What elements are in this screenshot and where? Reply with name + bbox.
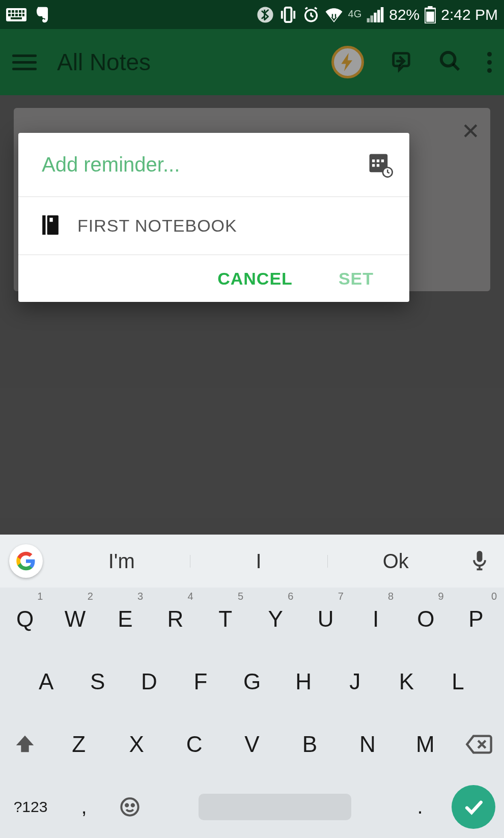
symbols-key[interactable]: ?123 [0, 775, 61, 838]
svg-rect-20 [377, 10, 380, 22]
svg-rect-37 [477, 551, 483, 562]
key-R[interactable]: R4 [150, 588, 200, 650]
svg-rect-17 [367, 18, 370, 22]
key-D[interactable]: D [123, 650, 175, 713]
key-O[interactable]: O9 [401, 588, 451, 650]
svg-rect-19 [374, 12, 376, 22]
upgrade-bolt-icon[interactable] [331, 46, 364, 78]
svg-rect-14 [281, 11, 283, 18]
svg-rect-2 [12, 10, 14, 13]
calendar-clock-icon[interactable] [368, 152, 393, 178]
alarm-icon [302, 6, 320, 23]
hamburger-menu-icon[interactable] [12, 50, 37, 74]
key-S[interactable]: S [72, 650, 123, 713]
page-title: All Notes [57, 48, 311, 76]
svg-rect-1 [8, 10, 11, 13]
key-Q[interactable]: Q1 [0, 588, 50, 650]
cancel-button[interactable]: CANCEL [217, 269, 293, 289]
set-button[interactable]: SET [339, 269, 374, 289]
key-T[interactable]: T5 [201, 588, 250, 650]
suggestion-3[interactable]: Ok [327, 550, 464, 573]
suggestion-2[interactable]: I [190, 550, 327, 573]
android-keyboard: I'm I Ok Q1W2E3R4T5Y6U7I8O9P0 ASDFGHJKL … [0, 535, 504, 838]
svg-rect-15 [293, 11, 295, 18]
microphone-icon[interactable] [464, 551, 495, 571]
key-L[interactable]: L [432, 650, 484, 713]
svg-rect-34 [42, 215, 45, 235]
emoji-key[interactable] [107, 775, 153, 838]
notebook-selector[interactable]: FIRST NOTEBOOK [18, 197, 409, 255]
key-V[interactable]: V [223, 732, 281, 757]
evernote-icon [34, 6, 51, 24]
app-bar: All Notes [0, 29, 504, 95]
vibrate-icon [279, 6, 297, 23]
key-Y[interactable]: Y6 [250, 588, 300, 650]
svg-rect-11 [11, 17, 22, 19]
svg-point-39 [126, 804, 128, 806]
svg-rect-31 [377, 164, 379, 166]
space-key[interactable] [153, 775, 397, 838]
svg-point-40 [132, 804, 134, 806]
svg-rect-6 [8, 14, 11, 16]
svg-rect-13 [285, 7, 291, 21]
svg-rect-5 [22, 10, 24, 13]
key-I[interactable]: I8 [351, 588, 401, 650]
clock-label: 2:42 PM [441, 6, 498, 23]
battery-percent: 82% [389, 6, 419, 23]
notebook-name-label: FIRST NOTEBOOK [77, 216, 237, 236]
key-H[interactable]: H [278, 650, 329, 713]
wifi-icon [325, 7, 343, 22]
signal-icon [367, 7, 384, 22]
key-K[interactable]: K [381, 650, 432, 713]
svg-rect-18 [371, 15, 373, 22]
bluetooth-icon [257, 6, 274, 23]
add-reminder-dialog: FIRST NOTEBOOK CANCEL SET [18, 133, 409, 302]
search-icon[interactable] [438, 49, 462, 75]
share-icon[interactable] [389, 49, 413, 75]
google-icon[interactable] [9, 544, 43, 578]
svg-rect-24 [427, 11, 434, 21]
key-G[interactable]: G [226, 650, 277, 713]
svg-rect-8 [15, 14, 18, 16]
suggestion-bar: I'm I Ok [0, 535, 504, 588]
key-M[interactable]: M [397, 732, 454, 757]
svg-point-25 [441, 52, 455, 66]
svg-rect-3 [15, 10, 18, 13]
enter-key[interactable] [443, 775, 504, 838]
overflow-menu-icon[interactable] [487, 48, 492, 76]
battery-icon [425, 6, 436, 23]
svg-rect-7 [12, 14, 14, 16]
svg-rect-36 [49, 217, 52, 221]
svg-rect-9 [19, 14, 21, 16]
svg-rect-29 [381, 159, 384, 162]
keyboard-indicator-icon [6, 8, 26, 21]
svg-rect-28 [377, 159, 379, 162]
svg-rect-21 [381, 7, 383, 22]
svg-rect-10 [22, 14, 24, 16]
close-icon[interactable]: ✕ [461, 118, 480, 144]
notebook-icon [42, 215, 59, 237]
key-C[interactable]: C [165, 732, 223, 757]
key-F[interactable]: F [175, 650, 226, 713]
key-E[interactable]: E3 [100, 588, 150, 650]
key-J[interactable]: J [329, 650, 381, 713]
key-P[interactable]: P0 [451, 588, 504, 650]
network-type-label: 4G [348, 8, 362, 20]
reminder-title-input[interactable] [42, 153, 368, 176]
svg-rect-4 [19, 10, 21, 13]
backspace-key[interactable] [454, 713, 504, 775]
key-B[interactable]: B [281, 732, 339, 757]
comma-key[interactable]: , [61, 775, 107, 838]
key-N[interactable]: N [339, 732, 396, 757]
shift-key[interactable] [0, 713, 50, 775]
key-A[interactable]: A [20, 650, 72, 713]
suggestion-1[interactable]: I'm [53, 550, 190, 573]
key-Z[interactable]: Z [50, 732, 107, 757]
android-status-bar: 4G 82% 2:42 PM [0, 0, 504, 29]
key-U[interactable]: U7 [300, 588, 350, 650]
svg-point-38 [121, 798, 138, 815]
period-key[interactable]: . [397, 775, 443, 838]
key-X[interactable]: X [107, 732, 165, 757]
svg-rect-30 [372, 164, 375, 166]
key-W[interactable]: W2 [50, 588, 100, 650]
